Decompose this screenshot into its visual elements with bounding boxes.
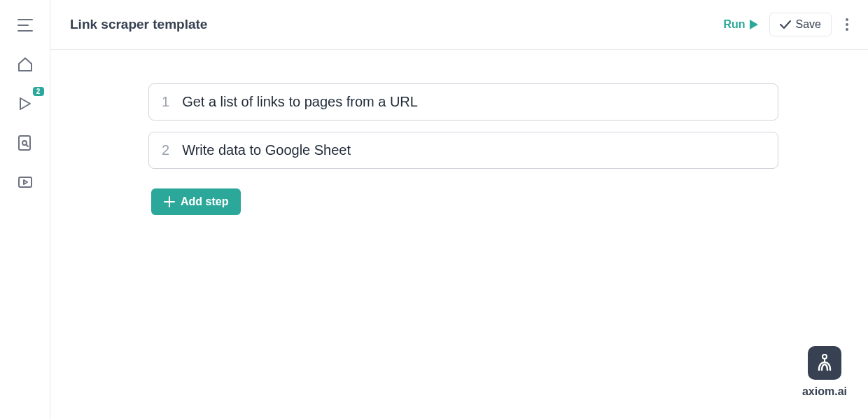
sidebar: 2 [0,0,50,419]
step-title: Get a list of links to pages from a URL [182,94,418,110]
svg-point-6 [822,355,827,359]
step-number: 1 [162,94,169,110]
svg-rect-2 [19,177,31,187]
svg-point-3 [846,18,848,21]
runs-icon[interactable]: 2 [17,95,34,112]
menu-icon[interactable] [17,17,34,34]
save-button[interactable]: Save [769,13,832,36]
step-number: 2 [162,142,169,158]
svg-point-5 [846,28,848,31]
add-step-label: Add step [181,195,228,208]
video-icon[interactable] [17,174,34,191]
check-icon [780,20,791,29]
play-icon [750,20,758,29]
step-title: Write data to Google Sheet [182,142,351,158]
header-actions: Run Save [723,13,851,36]
home-icon[interactable] [17,56,34,73]
run-button[interactable]: Run [723,18,757,31]
header: Link scraper template Run Save [50,0,868,50]
run-button-label: Run [723,18,745,31]
save-button-label: Save [796,18,821,31]
brand-logo-icon [808,346,841,380]
steps-container: 1 Get a list of links to pages from a UR… [148,83,778,215]
page-title: Link scraper template [70,17,207,32]
svg-point-4 [846,23,848,26]
brand-name: axiom.ai [802,385,847,398]
more-options-button[interactable] [843,15,851,34]
plus-icon [164,196,175,207]
more-vertical-icon [846,18,848,31]
add-step-button[interactable]: Add step [151,188,241,215]
brand-widget[interactable]: axiom.ai [802,346,847,398]
step-row-2[interactable]: 2 Write data to Google Sheet [148,132,778,169]
search-docs-icon[interactable] [17,135,34,151]
badge-count: 2 [33,87,44,96]
svg-rect-0 [19,136,30,150]
main-content: 1 Get a list of links to pages from a UR… [50,50,868,419]
step-row-1[interactable]: 1 Get a list of links to pages from a UR… [148,83,778,121]
